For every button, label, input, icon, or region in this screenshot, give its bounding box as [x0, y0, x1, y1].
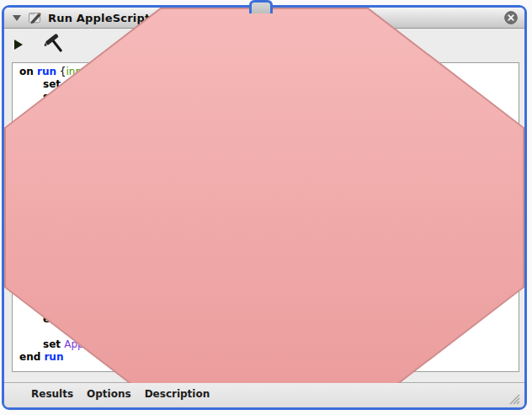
run-applescript-action-window: Run AppleScript	[2, 5, 527, 410]
automator-action: Run AppleScript	[0, 0, 532, 415]
script-toolbar	[12, 33, 524, 56]
compile-button[interactable]	[43, 33, 66, 56]
footer-tabs: ResultsOptionsDescription	[31, 388, 210, 400]
footer-bar: ResultsOptionsDescription	[4, 383, 524, 407]
tab-options[interactable]: Options	[87, 388, 131, 400]
disclosure-triangle-icon[interactable]	[13, 15, 21, 21]
tab-description[interactable]: Description	[145, 388, 210, 400]
tab-results[interactable]: Results	[31, 388, 73, 400]
resize-grip-icon[interactable]	[509, 392, 520, 403]
connector-tab	[249, 0, 273, 13]
run-button[interactable]	[12, 40, 23, 50]
close-icon[interactable]	[504, 11, 518, 24]
play-icon	[14, 40, 23, 50]
applescript-icon	[28, 10, 43, 25]
hammer-icon	[43, 33, 66, 56]
